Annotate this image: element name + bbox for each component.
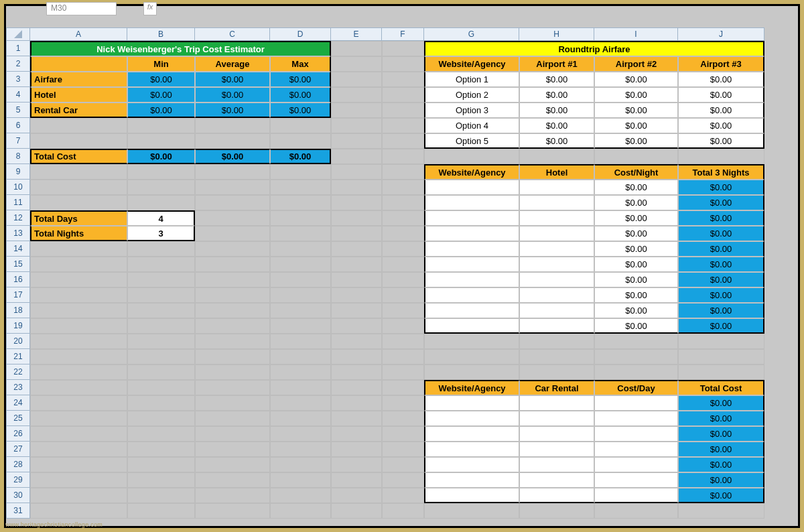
hotel-cost-night[interactable]: $0.00 <box>594 241 678 257</box>
column-header-F[interactable]: F <box>382 27 424 41</box>
label-total-days[interactable]: Total Days <box>30 210 127 226</box>
empty-cell[interactable] <box>678 503 764 519</box>
car-cost-day[interactable] <box>594 488 678 503</box>
empty-cell[interactable] <box>331 472 382 488</box>
hotel-name[interactable] <box>519 257 594 272</box>
empty-cell[interactable] <box>382 133 424 149</box>
empty-cell[interactable] <box>270 180 331 195</box>
value-max[interactable]: $0.00 <box>270 103 331 118</box>
row-header-20[interactable]: 20 <box>6 334 30 349</box>
hotel-cost-night[interactable]: $0.00 <box>594 210 678 226</box>
empty-cell[interactable] <box>382 318 424 334</box>
value-total-nights[interactable]: 3 <box>127 226 195 241</box>
hotel-total[interactable]: $0.00 <box>678 257 764 272</box>
empty-cell[interactable] <box>127 272 195 287</box>
empty-cell[interactable] <box>382 103 424 118</box>
empty-cell[interactable] <box>270 318 331 334</box>
empty-cell[interactable] <box>331 118 382 133</box>
empty-cell[interactable] <box>127 133 195 149</box>
hotel-total[interactable]: $0.00 <box>678 180 764 195</box>
car-cost-day[interactable] <box>594 395 678 411</box>
empty-cell[interactable] <box>270 472 331 488</box>
hotel-name[interactable] <box>519 318 594 334</box>
airfare-value[interactable]: $0.00 <box>519 133 594 149</box>
hotel-total[interactable]: $0.00 <box>678 303 764 318</box>
empty-cell[interactable] <box>678 349 764 364</box>
row-header-21[interactable]: 21 <box>6 349 30 364</box>
empty-cell[interactable] <box>127 457 195 472</box>
row-header-9[interactable]: 9 <box>6 164 30 180</box>
empty-cell[interactable] <box>382 72 424 87</box>
empty-cell[interactable] <box>382 87 424 103</box>
title-roundtrip-airfare[interactable]: Roundtrip Airfare <box>424 41 764 56</box>
empty-cell[interactable] <box>678 364 764 380</box>
empty-cell[interactable] <box>195 303 270 318</box>
empty-cell[interactable] <box>195 488 270 503</box>
car-header[interactable]: Website/Agency <box>424 380 519 395</box>
hotel-header[interactable]: Total 3 Nights <box>678 164 764 180</box>
row-header-12[interactable]: 12 <box>6 210 30 226</box>
empty-cell[interactable] <box>30 364 127 380</box>
empty-cell[interactable] <box>382 287 424 303</box>
column-header-I[interactable]: I <box>594 27 678 41</box>
empty-cell[interactable] <box>331 334 382 349</box>
airfare-header[interactable]: Airport #1 <box>519 56 594 72</box>
empty-cell[interactable] <box>519 503 594 519</box>
column-header-H[interactable]: H <box>519 27 594 41</box>
car-rental-name[interactable] <box>519 472 594 488</box>
hotel-name[interactable] <box>519 210 594 226</box>
empty-cell[interactable] <box>382 488 424 503</box>
hotel-cost-night[interactable]: $0.00 <box>594 318 678 334</box>
column-header-E[interactable]: E <box>331 27 382 41</box>
total-cost-avg[interactable]: $0.00 <box>195 149 270 164</box>
empty-cell[interactable] <box>30 457 127 472</box>
car-total[interactable]: $0.00 <box>678 442 764 457</box>
airfare-header[interactable]: Website/Agency <box>424 56 519 72</box>
empty-cell[interactable] <box>331 103 382 118</box>
empty-cell[interactable] <box>270 303 331 318</box>
empty-cell[interactable] <box>331 411 382 426</box>
car-agency[interactable] <box>424 488 519 503</box>
value-max[interactable]: $0.00 <box>270 87 331 103</box>
empty-cell[interactable] <box>30 318 127 334</box>
empty-cell[interactable] <box>270 210 331 226</box>
airfare-value[interactable]: $0.00 <box>594 118 678 133</box>
empty-cell[interactable] <box>519 334 594 349</box>
empty-cell[interactable] <box>382 395 424 411</box>
airfare-option[interactable]: Option 1 <box>424 72 519 87</box>
airfare-option[interactable]: Option 4 <box>424 118 519 133</box>
airfare-value[interactable]: $0.00 <box>678 103 764 118</box>
empty-cell[interactable] <box>331 133 382 149</box>
empty-cell[interactable] <box>30 272 127 287</box>
car-header[interactable]: Total Cost <box>678 380 764 395</box>
empty-cell[interactable] <box>195 195 270 210</box>
airfare-header[interactable]: Airport #2 <box>594 56 678 72</box>
airfare-option[interactable]: Option 2 <box>424 87 519 103</box>
car-total[interactable]: $0.00 <box>678 426 764 442</box>
empty-cell[interactable] <box>331 318 382 334</box>
row-header-24[interactable]: 24 <box>6 395 30 411</box>
row-header-22[interactable]: 22 <box>6 364 30 380</box>
column-header-C[interactable]: C <box>195 27 270 41</box>
empty-cell[interactable] <box>195 257 270 272</box>
title-trip-estimator[interactable]: Nick Weisenberger's Trip Cost Estimator <box>30 41 331 56</box>
empty-cell[interactable] <box>270 195 331 210</box>
airfare-value[interactable]: $0.00 <box>594 87 678 103</box>
airfare-value[interactable]: $0.00 <box>519 103 594 118</box>
car-rental-name[interactable] <box>519 426 594 442</box>
empty-cell[interactable] <box>270 272 331 287</box>
empty-cell[interactable] <box>270 133 331 149</box>
row-header-5[interactable]: 5 <box>6 103 30 118</box>
row-header-30[interactable]: 30 <box>6 488 30 503</box>
car-agency[interactable] <box>424 442 519 457</box>
empty-cell[interactable] <box>382 442 424 457</box>
empty-cell[interactable] <box>519 364 594 380</box>
empty-cell[interactable] <box>195 241 270 257</box>
car-rental-name[interactable] <box>519 411 594 426</box>
empty-cell[interactable] <box>382 241 424 257</box>
empty-cell[interactable] <box>331 380 382 395</box>
empty-cell[interactable] <box>678 149 764 164</box>
empty-cell[interactable] <box>270 457 331 472</box>
row-header-19[interactable]: 19 <box>6 318 30 334</box>
hotel-header[interactable]: Website/Agency <box>424 164 519 180</box>
